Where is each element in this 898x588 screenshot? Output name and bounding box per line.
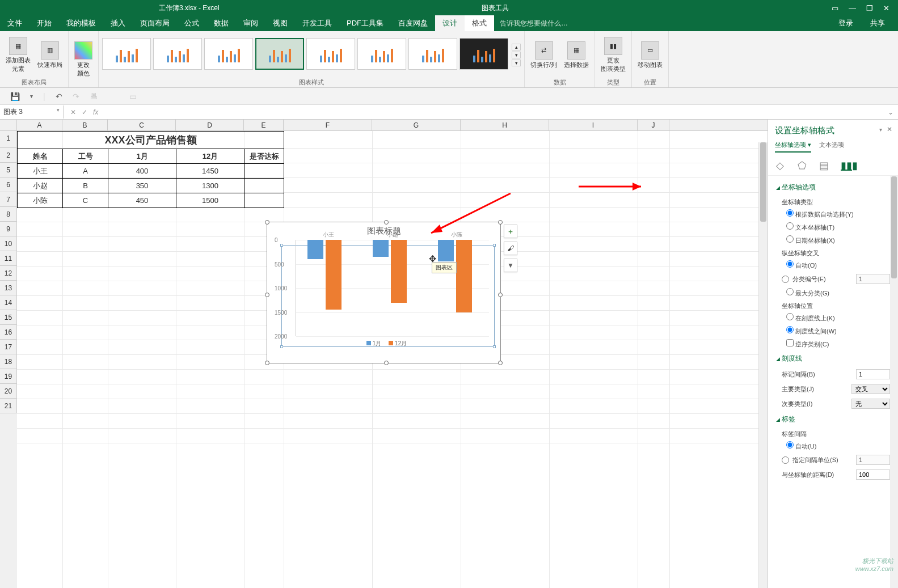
dist-from-axis-input[interactable] — [856, 469, 890, 480]
axis-options-icon[interactable]: ▮▮▮ — [841, 159, 852, 171]
row-header[interactable]: 12 — [0, 266, 17, 281]
data-table[interactable]: XXX公司产品销售额 姓名工号1月12月是否达标 小王A4001450小赵B35… — [17, 131, 284, 208]
style-gallery-more[interactable]: ▾ — [512, 60, 521, 66]
print-button[interactable]: 🖶 — [90, 92, 98, 101]
opt-cross-auto[interactable] — [786, 260, 794, 268]
formula-input[interactable] — [105, 111, 883, 114]
move-chart-button[interactable]: ▭ 移动图表 — [635, 40, 665, 70]
tab-data[interactable]: 数据 — [206, 15, 236, 31]
label-spec-input[interactable] — [856, 455, 890, 465]
select-data-button[interactable]: ▦ 选择数据 — [562, 40, 591, 70]
qat-dropdown[interactable]: ▾ — [30, 93, 33, 99]
chart-plot-area[interactable]: 0500100015002000小王小赵小陈 — [296, 240, 489, 336]
restore-button[interactable]: ❐ — [866, 4, 873, 12]
row-header[interactable]: 18 — [0, 354, 17, 369]
tab-pagelayout[interactable]: 页面布局 — [133, 15, 177, 31]
column-header[interactable]: H — [461, 120, 549, 130]
chart-style-1[interactable] — [102, 38, 151, 70]
row-header[interactable]: 21 — [0, 399, 17, 413]
chart-style-button[interactable]: 🖌 — [504, 242, 517, 255]
select-all-corner[interactable] — [0, 120, 17, 130]
tab-format[interactable]: 格式 — [465, 15, 494, 31]
name-box[interactable]: 图表 3 — [0, 105, 64, 119]
row-header[interactable]: 13 — [0, 281, 17, 295]
pane-menu-button[interactable]: ▾ — [879, 126, 882, 133]
row-header[interactable]: 19 — [0, 369, 17, 384]
tab-formulas[interactable]: 公式 — [177, 15, 206, 31]
tab-pdf[interactable]: PDF工具集 — [339, 15, 391, 31]
style-gallery-up[interactable]: ▴ — [512, 44, 521, 50]
chart-style-3[interactable] — [204, 38, 253, 70]
column-header[interactable]: I — [549, 120, 638, 130]
embedded-chart[interactable]: 图表标题 0500100015002000小王小赵小陈 1月 12月 ＋ — [267, 222, 501, 363]
row-header[interactable]: 20 — [0, 384, 17, 399]
column-header[interactable]: J — [638, 120, 669, 130]
cancel-formula-button[interactable]: ✕ — [70, 108, 76, 116]
tab-insert[interactable]: 插入 — [103, 15, 133, 31]
change-chart-type-button[interactable]: ▮▮ 更改 图表类型 — [598, 36, 628, 74]
tab-developer[interactable]: 开发工具 — [295, 15, 339, 31]
row-header[interactable]: 2 — [0, 148, 17, 163]
chk-reverse-categories[interactable] — [786, 339, 794, 346]
worksheet-grid[interactable]: ABCDEFGHIJ 12567891011121314151617181920… — [0, 120, 768, 588]
section-tick-marks[interactable]: 刻度线 — [776, 350, 890, 367]
tab-mytemplates[interactable]: 我的模板 — [59, 15, 103, 31]
row-header[interactable]: 6 — [0, 177, 17, 192]
style-gallery-down[interactable]: ▾ — [512, 52, 521, 58]
row-header[interactable]: 10 — [0, 236, 17, 251]
opt-text-axis[interactable] — [786, 222, 794, 230]
pane-close-button[interactable]: ✕ — [887, 125, 892, 133]
switch-row-col-button[interactable]: ⇄ 切换行/列 — [528, 40, 559, 70]
redo-button[interactable]: ↷ — [73, 92, 79, 101]
opt-cat-number[interactable] — [782, 276, 789, 283]
chart-style-5[interactable] — [306, 38, 355, 70]
pane-tab-text-options[interactable]: 文本选项 — [819, 141, 844, 153]
column-header[interactable]: C — [108, 120, 176, 130]
chart-style-6[interactable] — [357, 38, 406, 70]
opt-label-auto[interactable] — [786, 441, 794, 449]
tab-baidu[interactable]: 百度网盘 — [391, 15, 435, 31]
chart-style-2[interactable] — [153, 38, 202, 70]
tell-me-input[interactable]: 告诉我您想要做什么… — [500, 19, 568, 31]
opt-auto-select[interactable] — [786, 209, 794, 217]
confirm-formula-button[interactable]: ✓ — [82, 108, 87, 116]
pane-tab-axis-options[interactable]: 坐标轴选项 ▾ — [775, 141, 811, 153]
opt-on-tick[interactable] — [786, 313, 794, 320]
column-header[interactable]: A — [17, 120, 62, 130]
opt-label-specify[interactable] — [782, 456, 789, 464]
row-header[interactable]: 9 — [0, 222, 17, 236]
effects-icon[interactable]: ⬠ — [798, 159, 809, 171]
size-props-icon[interactable]: ▤ — [819, 159, 830, 171]
change-colors-button[interactable]: 更改 颜色 — [72, 40, 95, 79]
minimize-button[interactable]: — — [849, 4, 856, 12]
column-header[interactable]: D — [176, 120, 244, 130]
pane-scrollbar[interactable] — [890, 176, 898, 588]
row-header[interactable]: 8 — [0, 207, 17, 222]
chart-filter-button[interactable]: ▼ — [504, 259, 517, 272]
row-header[interactable]: 15 — [0, 310, 17, 325]
row-header[interactable]: 5 — [0, 163, 17, 177]
fx-button[interactable]: fx — [93, 108, 98, 116]
share-button[interactable]: 共享 — [863, 15, 892, 31]
chart-add-element-button[interactable]: ＋ — [504, 225, 517, 238]
touch-mode-button[interactable]: ▭ — [129, 92, 137, 101]
opt-max-category[interactable] — [786, 288, 794, 295]
tab-view[interactable]: 视图 — [265, 15, 295, 31]
tab-review[interactable]: 审阅 — [236, 15, 265, 31]
close-button[interactable]: ✕ — [883, 4, 889, 12]
row-header[interactable]: 11 — [0, 251, 17, 266]
save-button[interactable]: 💾 — [10, 92, 20, 101]
tab-file[interactable]: 文件 — [0, 15, 29, 31]
column-header[interactable]: E — [244, 120, 284, 130]
row-header[interactable]: 1 — [0, 131, 17, 148]
column-header[interactable]: B — [62, 120, 108, 130]
row-header[interactable]: 14 — [0, 295, 17, 310]
tick-interval-input[interactable] — [856, 369, 890, 379]
tab-design[interactable]: 设计 — [435, 15, 465, 31]
column-header[interactable]: G — [372, 120, 461, 130]
undo-button[interactable]: ↶ — [56, 92, 62, 101]
add-chart-element-button[interactable]: ▦ 添加图表 元素 — [3, 36, 33, 74]
login-button[interactable]: 登录 — [831, 15, 861, 31]
vertical-scrollbar[interactable] — [758, 142, 768, 588]
row-header[interactable]: 17 — [0, 340, 17, 354]
